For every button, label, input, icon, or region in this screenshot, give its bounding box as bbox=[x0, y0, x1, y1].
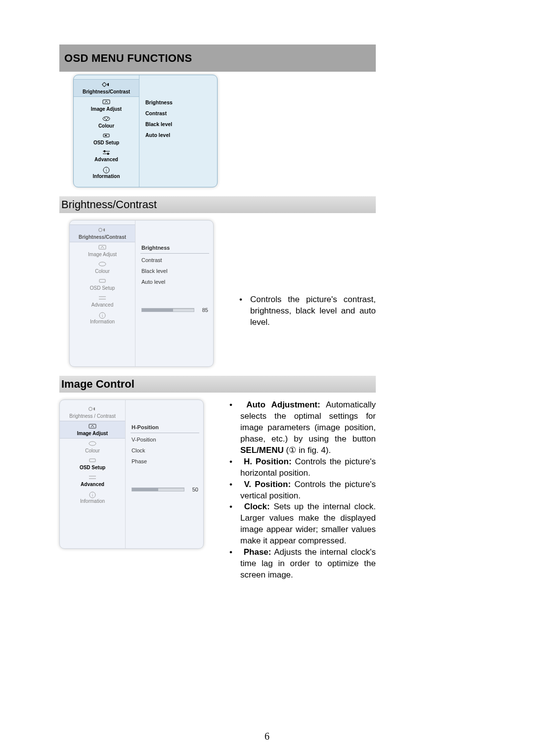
svg-point-0 bbox=[103, 83, 106, 87]
information-icon: i bbox=[101, 167, 111, 173]
option-brightness[interactable]: Brightness bbox=[144, 97, 213, 108]
svg-text:i: i bbox=[102, 313, 103, 318]
option-v-position[interactable]: V-Position bbox=[131, 434, 199, 445]
information-icon: i bbox=[88, 491, 97, 497]
osd-setup-icon bbox=[88, 458, 97, 464]
nav-item-information[interactable]: i Information bbox=[70, 310, 135, 326]
colour-icon bbox=[101, 116, 111, 122]
nav-label: Brightness/Contrast bbox=[83, 89, 130, 94]
svg-point-12 bbox=[99, 228, 102, 232]
nav-label: Colour bbox=[95, 268, 109, 274]
osd-screenshot-brightness-contrast: Brightness/Contrast Image Adjust Colour bbox=[69, 220, 214, 367]
nav-item-advanced[interactable]: Advanced bbox=[60, 472, 125, 489]
svg-point-5 bbox=[106, 119, 107, 120]
nav-label: Information bbox=[93, 174, 120, 179]
nav-item-colour[interactable]: Colour bbox=[60, 439, 125, 455]
brightness-value: 85 bbox=[197, 307, 208, 313]
svg-point-14 bbox=[99, 262, 106, 266]
nav-item-image-adjust[interactable]: Image Adjust bbox=[70, 242, 135, 259]
osd-screenshot-image-control: Brightness / Contrast Image Adjust Colou… bbox=[59, 400, 204, 549]
nav-item-osd-setup[interactable]: OSD Setup bbox=[74, 131, 139, 147]
brightness-contrast-icon bbox=[88, 406, 97, 412]
nav-item-information[interactable]: i Information bbox=[74, 164, 139, 181]
nav-label: Advanced bbox=[94, 157, 118, 162]
page-number: 6 bbox=[0, 731, 534, 742]
nav-item-advanced[interactable]: Advanced bbox=[74, 147, 139, 164]
nav-item-colour[interactable]: Colour bbox=[70, 259, 135, 276]
nav-item-colour[interactable]: Colour bbox=[74, 114, 139, 131]
svg-rect-9 bbox=[107, 153, 109, 155]
brightness-contrast-icon bbox=[101, 82, 111, 88]
option-black-level[interactable]: Black level bbox=[140, 266, 209, 276]
information-icon: i bbox=[97, 312, 107, 318]
svg-rect-7 bbox=[105, 135, 107, 136]
image-adjust-icon bbox=[97, 245, 107, 251]
advanced-icon bbox=[101, 150, 111, 156]
svg-point-18 bbox=[89, 407, 92, 411]
nav-label: Image Adjust bbox=[77, 431, 108, 436]
svg-point-4 bbox=[107, 118, 108, 119]
nav-label: Information bbox=[80, 498, 105, 504]
colour-icon bbox=[88, 441, 97, 447]
osd-setup-icon bbox=[101, 133, 111, 139]
option-contrast[interactable]: Contrast bbox=[140, 255, 209, 266]
advanced-icon bbox=[88, 475, 97, 481]
nav-label: Colour bbox=[85, 448, 99, 453]
nav-label: Advanced bbox=[81, 482, 104, 487]
option-auto-level[interactable]: Auto level bbox=[140, 276, 209, 287]
option-contrast[interactable]: Contrast bbox=[144, 108, 213, 119]
svg-text:i: i bbox=[92, 493, 93, 497]
nav-item-image-adjust[interactable]: Image Adjust bbox=[60, 421, 125, 439]
svg-text:i: i bbox=[106, 168, 107, 173]
nav-label: Information bbox=[90, 319, 115, 324]
nav-item-brightness-contrast[interactable]: Brightness / Contrast bbox=[60, 404, 125, 421]
brightness-contrast-description: •Controls the picture's contrast, bright… bbox=[232, 294, 376, 328]
image-adjust-icon bbox=[101, 99, 111, 105]
option-clock[interactable]: Clock bbox=[131, 445, 199, 456]
nav-label: Brightness/Contrast bbox=[79, 234, 126, 240]
nav-label: Brightness / Contrast bbox=[69, 413, 115, 419]
option-phase[interactable]: Phase bbox=[131, 456, 199, 467]
page-header: OSD MENU FUNCTIONS bbox=[59, 44, 376, 72]
nav-label: OSD Setup bbox=[90, 285, 115, 291]
hposition-value: 50 bbox=[187, 487, 198, 492]
section-heading-image-control: Image Control bbox=[59, 376, 376, 393]
svg-rect-15 bbox=[99, 279, 105, 282]
nav-item-brightness-contrast[interactable]: Brightness/Contrast bbox=[74, 79, 139, 97]
osd-setup-icon bbox=[97, 278, 107, 284]
nav-item-advanced[interactable]: Advanced bbox=[70, 293, 135, 310]
nav-item-image-adjust[interactable]: Image Adjust bbox=[74, 97, 139, 114]
section-heading-brightness-contrast: Brightness/Contrast bbox=[59, 196, 376, 213]
hposition-slider[interactable]: 50 bbox=[131, 487, 199, 492]
svg-rect-8 bbox=[104, 150, 105, 152]
nav-label: OSD Setup bbox=[93, 140, 119, 145]
brightness-contrast-icon bbox=[97, 227, 107, 233]
svg-point-20 bbox=[89, 442, 96, 445]
nav-label: Image Adjust bbox=[88, 252, 117, 257]
nav-label: OSD Setup bbox=[80, 465, 105, 470]
nav-label: Colour bbox=[98, 123, 114, 129]
option-auto-level[interactable]: Auto level bbox=[144, 130, 213, 140]
svg-point-3 bbox=[104, 118, 105, 119]
image-adjust-icon bbox=[88, 424, 97, 430]
option-h-position[interactable]: H-Position bbox=[131, 422, 199, 433]
option-brightness[interactable]: Brightness bbox=[140, 242, 209, 254]
nav-item-osd-setup[interactable]: OSD Setup bbox=[70, 276, 135, 293]
nav-label: Advanced bbox=[91, 302, 113, 308]
brightness-slider[interactable]: 85 bbox=[140, 307, 209, 313]
page-title: OSD MENU FUNCTIONS bbox=[64, 52, 192, 65]
svg-rect-21 bbox=[89, 459, 95, 462]
image-control-description: • Auto Adjustment: Automatically selects… bbox=[222, 400, 376, 581]
nav-label: Image Adjust bbox=[91, 106, 122, 112]
colour-icon bbox=[97, 262, 107, 267]
option-black-level[interactable]: Black level bbox=[144, 119, 213, 130]
nav-item-information[interactable]: i Information bbox=[60, 489, 125, 506]
nav-item-brightness-contrast[interactable]: Brightness/Contrast bbox=[70, 224, 135, 242]
advanced-icon bbox=[97, 295, 107, 301]
osd-screenshot-overview: Brightness/Contrast Image Adjust Colour bbox=[73, 75, 218, 187]
nav-item-osd-setup[interactable]: OSD Setup bbox=[60, 455, 125, 472]
